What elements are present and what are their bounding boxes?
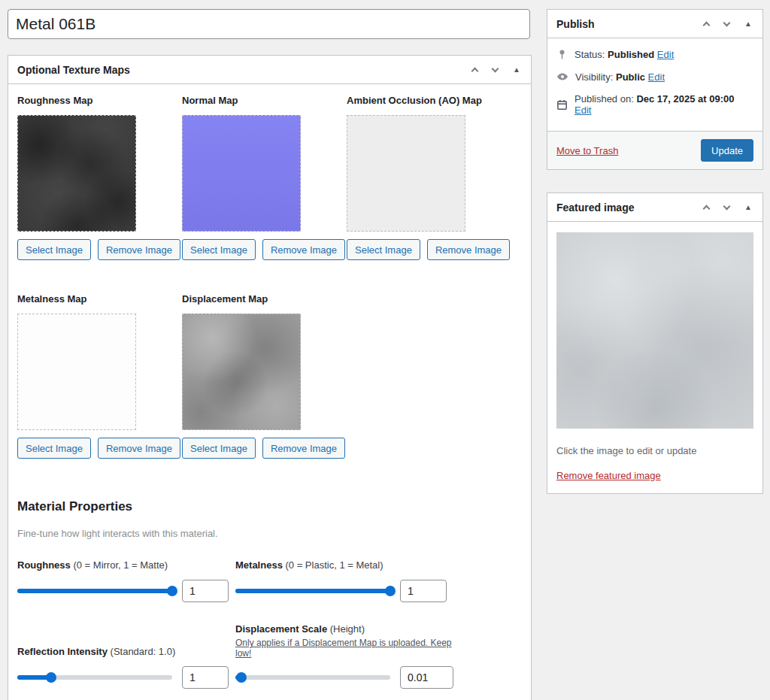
metalness-map-label: Metalness Map	[17, 293, 182, 305]
ao-map-field: Ambient Occlusion (AO) Map Select Image …	[347, 95, 511, 260]
move-up-icon[interactable]	[471, 64, 479, 75]
select-image-button[interactable]: Select Image	[17, 438, 91, 459]
featured-image-metabox: Featured image ▲ Click the image to edit…	[547, 192, 763, 494]
select-image-button[interactable]: Select Image	[182, 239, 256, 260]
move-to-trash-link[interactable]: Move to Trash	[556, 145, 618, 156]
metalness-label: Metalness (0 = Plastic, 1 = Metal)	[235, 559, 453, 572]
slider-thumb[interactable]	[167, 586, 177, 596]
status-text: Status: Published Edit	[574, 49, 674, 60]
featured-image-header[interactable]: Featured image ▲	[547, 193, 762, 222]
edit-screen: Optional Texture Maps ▲ Roughness Map Se…	[0, 0, 770, 700]
edit-visibility-link[interactable]: Edit	[648, 71, 665, 83]
publish-body: Status: Published Edit Visibility: Publi…	[547, 38, 762, 131]
displacement-scale-label: Displacement Scale (Height)	[235, 623, 453, 636]
toggle-panel-icon[interactable]: ▲	[743, 19, 753, 29]
metalness-slider[interactable]	[235, 585, 390, 597]
displacement-scale-control: Displacement Scale (Height) Only applies…	[235, 623, 453, 689]
slider-fill	[17, 589, 172, 593]
slider-thumb[interactable]	[385, 586, 396, 596]
featured-image-title: Featured image	[556, 202, 634, 214]
displacement-map-buttons: Select Image Remove Image	[182, 438, 347, 459]
properties-row-2: Reflection Intensity (Standard: 1.0)	[17, 623, 522, 689]
metalness-value-input[interactable]	[400, 580, 447, 602]
remove-image-button[interactable]: Remove Image	[262, 239, 345, 260]
slider-fill	[235, 589, 390, 593]
displacement-scale-note: Only applies if a Displacement Map is up…	[235, 638, 453, 659]
main-column: Optional Texture Maps ▲ Roughness Map Se…	[8, 9, 532, 700]
move-up-icon[interactable]	[702, 18, 711, 29]
reflection-intensity-label: Reflection Intensity (Standard: 1.0)	[17, 645, 235, 659]
ao-map-label: Ambient Occlusion (AO) Map	[347, 95, 511, 106]
update-button[interactable]: Update	[701, 139, 753, 162]
remove-image-button[interactable]: Remove Image	[262, 438, 345, 459]
reflection-intensity-value-input[interactable]	[182, 666, 229, 689]
move-up-icon[interactable]	[702, 202, 711, 213]
normal-map-buttons: Select Image Remove Image	[182, 239, 347, 260]
ao-map-buttons: Select Image Remove Image	[347, 239, 511, 260]
metalness-map-buttons: Select Image Remove Image	[17, 438, 182, 459]
material-properties-title: Material Properties	[17, 499, 522, 514]
texture-row-2: Metalness Map Select Image Remove Image …	[17, 293, 522, 459]
normal-map-label: Normal Map	[182, 95, 347, 106]
move-down-icon[interactable]	[491, 65, 499, 75]
move-down-icon[interactable]	[723, 202, 731, 213]
reflection-intensity-control: Reflection Intensity (Standard: 1.0)	[17, 645, 235, 689]
texture-maps-metabox: Optional Texture Maps ▲ Roughness Map Se…	[8, 55, 532, 700]
featured-image-thumbnail[interactable]	[556, 232, 753, 429]
roughness-map-preview[interactable]	[17, 115, 136, 232]
roughness-slider[interactable]	[17, 585, 172, 597]
displacement-map-field: Displacement Map Select Image Remove Ima…	[182, 293, 347, 459]
toggle-panel-icon[interactable]: ▲	[743, 202, 753, 213]
roughness-map-label: Roughness Map	[17, 95, 182, 106]
normal-map-preview[interactable]	[182, 115, 301, 232]
edit-published-date-link[interactable]: Edit	[574, 105, 591, 116]
featured-image-body: Click the image to edit or update Remove…	[547, 222, 762, 493]
move-down-icon[interactable]	[723, 19, 731, 29]
visibility-row: Visibility: Public Edit	[556, 71, 753, 83]
post-title-input[interactable]	[8, 9, 530, 39]
texture-maps-header[interactable]: Optional Texture Maps ▲	[8, 56, 531, 84]
metabox-handle-actions: ▲	[471, 64, 522, 75]
roughness-map-buttons: Select Image Remove Image	[17, 239, 182, 260]
reflection-intensity-slider[interactable]	[17, 671, 172, 683]
eye-visibility-icon	[556, 71, 568, 83]
displacement-scale-value-input[interactable]	[400, 666, 453, 689]
publish-title: Publish	[556, 18, 595, 30]
slider-thumb[interactable]	[46, 672, 56, 683]
normal-map-field: Normal Map Select Image Remove Image	[182, 95, 347, 260]
toggle-panel-icon[interactable]: ▲	[511, 65, 522, 75]
displacement-map-preview[interactable]	[182, 314, 301, 430]
ao-map-preview[interactable]	[347, 115, 465, 232]
sidebar: Publish ▲ Status: Published Edit	[547, 9, 763, 517]
properties-row-1: Roughness (0 = Mirror, 1 = Matte)	[17, 559, 522, 603]
select-image-button[interactable]: Select Image	[17, 239, 91, 260]
publish-metabox: Publish ▲ Status: Published Edit	[547, 9, 763, 170]
remove-featured-image-link[interactable]: Remove featured image	[556, 470, 661, 481]
roughness-value-input[interactable]	[182, 580, 229, 602]
metalness-control: Metalness (0 = Plastic, 1 = Metal)	[235, 559, 453, 603]
publish-header[interactable]: Publish ▲	[547, 10, 762, 38]
texture-maps-body: Roughness Map Select Image Remove Image …	[8, 84, 531, 700]
displacement-scale-slider[interactable]	[235, 671, 390, 683]
metabox-handle-actions: ▲	[702, 202, 753, 213]
select-image-button[interactable]: Select Image	[347, 239, 420, 260]
published-on-row: Published on: Dec 17, 2025 at 09:00 Edit	[556, 93, 753, 116]
displacement-map-label: Displacement Map	[182, 293, 347, 305]
select-image-button[interactable]: Select Image	[182, 438, 256, 459]
material-properties-description: Fine-tune how light interacts with this …	[17, 528, 522, 539]
remove-image-button[interactable]: Remove Image	[427, 239, 510, 260]
metalness-map-preview[interactable]	[17, 314, 136, 430]
roughness-map-field: Roughness Map Select Image Remove Image	[17, 95, 182, 260]
texture-row-1: Roughness Map Select Image Remove Image …	[17, 95, 522, 260]
visibility-text: Visibility: Public Edit	[575, 71, 665, 83]
remove-image-button[interactable]: Remove Image	[98, 239, 180, 260]
published-on-text: Published on: Dec 17, 2025 at 09:00 Edit	[574, 93, 753, 116]
status-row: Status: Published Edit	[556, 49, 753, 60]
publish-footer: Move to Trash Update	[547, 131, 762, 169]
remove-image-button[interactable]: Remove Image	[98, 438, 180, 459]
metabox-handle-actions: ▲	[702, 18, 753, 29]
pin-status-icon	[556, 49, 568, 60]
roughness-label: Roughness (0 = Mirror, 1 = Matte)	[17, 559, 235, 572]
edit-status-link[interactable]: Edit	[657, 49, 674, 60]
slider-thumb[interactable]	[236, 672, 247, 683]
